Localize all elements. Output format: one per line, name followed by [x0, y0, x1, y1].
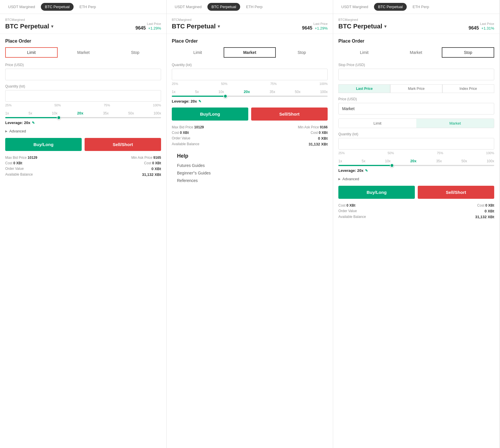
order-tab-limit-1[interactable]: Limit	[5, 47, 58, 58]
qty-input-3[interactable]	[338, 138, 494, 150]
lev-50x-3[interactable]: 50x	[461, 159, 467, 163]
edit-leverage-icon-1[interactable]: ✎	[32, 121, 35, 125]
lev-1x-1[interactable]: 1x	[5, 111, 9, 115]
sell-short-button-3[interactable]: Sell/Short	[418, 186, 494, 199]
qty-input-1[interactable]	[5, 90, 161, 102]
pct-75-3[interactable]: 75%	[437, 151, 443, 155]
chevron-down-icon-1: ▼	[50, 24, 54, 29]
sell-short-button-1[interactable]: Sell/Short	[85, 138, 161, 151]
header-2: BTCMargined BTC Perpetual ▼ Last Price 9…	[167, 14, 333, 34]
order-tab-market-2[interactable]: Market	[224, 47, 276, 58]
price-input-1[interactable]	[5, 69, 161, 80]
lev-35x-1[interactable]: 35x	[103, 111, 109, 115]
order-tab-stop-2[interactable]: Stop	[276, 48, 328, 57]
price-type-last[interactable]: Last Price	[338, 84, 390, 93]
instrument-title-3[interactable]: BTC Perpetual ▼	[338, 23, 387, 30]
help-link-futures[interactable]: Futures Guides	[177, 163, 322, 168]
edit-leverage-icon-2[interactable]: ✎	[198, 99, 201, 103]
pct-50-1[interactable]: 50%	[54, 103, 61, 107]
order-tab-stop-3[interactable]: Stop	[442, 47, 494, 58]
stop-price-field-group: Stop Price (USD)	[338, 63, 494, 80]
lev-20x-2[interactable]: 20x	[244, 90, 250, 94]
tab-eth-perp-2[interactable]: ETH Perp	[242, 3, 267, 11]
avail-balance-label-3: Available Balance	[338, 215, 366, 219]
advanced-toggle-1[interactable]: ▶ Advanced	[5, 129, 161, 133]
lev-20x-3[interactable]: 20x	[410, 159, 417, 163]
lev-5x-2[interactable]: 5x	[195, 90, 199, 94]
leverage-slider-3[interactable]	[338, 165, 494, 166]
lev-5x-3[interactable]: 5x	[362, 159, 365, 163]
pct-100-2[interactable]: 100%	[320, 82, 328, 85]
lev-50x-2[interactable]: 50x	[295, 90, 300, 94]
order-tab-market-3[interactable]: Market	[390, 48, 442, 57]
lev-100x-2[interactable]: 100x	[320, 90, 328, 94]
price-input-3[interactable]	[338, 103, 494, 114]
pct-25-3[interactable]: 25%	[338, 151, 345, 155]
lev-10x-1[interactable]: 10x	[52, 111, 57, 115]
pct-25-2[interactable]: 25%	[172, 82, 178, 85]
leverage-text-2: Leverage: 20x	[172, 99, 197, 103]
sell-short-button-2[interactable]: Sell/Short	[251, 108, 328, 121]
instrument-title-1[interactable]: BTC Perpetual ▼	[5, 23, 54, 30]
pct-ticks-2: 25% 50% 75% 100%	[172, 82, 328, 85]
lev-100x-1[interactable]: 100x	[154, 111, 161, 115]
qty-input-2[interactable]	[172, 69, 328, 80]
pct-75-1[interactable]: 75%	[104, 103, 110, 107]
avail-balance-label-1: Available Balance	[5, 172, 33, 177]
lev-35x-2[interactable]: 35x	[270, 90, 275, 94]
pct-50-2[interactable]: 50%	[221, 82, 227, 85]
pct-50-3[interactable]: 50%	[388, 151, 394, 155]
tab-usdt-margined-3[interactable]: USDT Margined	[337, 3, 372, 11]
edit-leverage-icon-3[interactable]: ✎	[365, 169, 368, 173]
instrument-title-2[interactable]: BTC Perpetual ▼	[172, 23, 221, 30]
order-tab-market-1[interactable]: Market	[58, 48, 110, 57]
tab-btc-perpetual-2[interactable]: BTC Perpetual	[207, 3, 240, 11]
lev-10x-2[interactable]: 10x	[218, 90, 224, 94]
advanced-toggle-3[interactable]: ▶ Advanced	[338, 177, 494, 181]
lev-1x-2[interactable]: 1x	[172, 90, 176, 94]
last-price-label-1: Last Price	[136, 22, 161, 26]
lev-20x-1[interactable]: 20x	[77, 111, 83, 115]
pct-100-3[interactable]: 100%	[486, 151, 494, 155]
max-bid-label-1: Max Bid Price 10129	[5, 156, 37, 160]
header-3: BTCMargined BTC Perpetual ▼ Last Price 9…	[333, 14, 499, 34]
header-sub-2: BTCMargined	[172, 18, 328, 21]
info-row-order-value-2: Order Value 0 XBt	[172, 136, 328, 141]
last-price-value-1: 9645	[136, 26, 146, 30]
tab-eth-perp-1[interactable]: ETH Perp	[75, 3, 100, 11]
help-link-references[interactable]: References	[177, 178, 322, 183]
leverage-slider-1[interactable]	[5, 117, 161, 118]
action-buttons-2: Buy/Long Sell/Short	[172, 108, 328, 121]
buy-long-button-3[interactable]: Buy/Long	[338, 186, 415, 199]
sub-tab-limit[interactable]: Limit	[339, 119, 416, 128]
order-tab-limit-2[interactable]: Limit	[172, 48, 224, 57]
pct-ticks-1: 25% 50% 75% 100%	[5, 103, 161, 107]
sub-tab-market[interactable]: Market	[416, 119, 494, 128]
lev-100x-3[interactable]: 100x	[487, 159, 494, 163]
header-sub-3: BTCMargined	[338, 18, 494, 21]
tab-usdt-margined-1[interactable]: USDT Margined	[4, 3, 39, 11]
pct-75-2[interactable]: 75%	[270, 82, 277, 85]
help-link-beginner[interactable]: Beginner"s Guides	[177, 171, 322, 175]
tab-btc-perpetual-3[interactable]: BTC Perpetual	[374, 3, 407, 11]
tab-usdt-margined-2[interactable]: USDT Margined	[171, 3, 206, 11]
leverage-slider-2[interactable]	[172, 96, 328, 97]
lev-50x-1[interactable]: 50x	[128, 111, 134, 115]
last-price-value-2: 9645	[302, 26, 313, 30]
order-tab-stop-1[interactable]: Stop	[109, 48, 161, 57]
order-value-1: 0 XBt	[152, 167, 161, 171]
price-type-mark[interactable]: Mark Price	[390, 84, 442, 93]
lev-5x-1[interactable]: 5x	[28, 111, 32, 115]
buy-long-button-1[interactable]: Buy/Long	[5, 138, 82, 151]
buy-long-button-2[interactable]: Buy/Long	[172, 108, 248, 121]
lev-10x-3[interactable]: 10x	[385, 159, 390, 163]
tab-eth-perp-3[interactable]: ETH Perp	[408, 3, 433, 11]
lev-1x-3[interactable]: 1x	[338, 159, 342, 163]
pct-100-1[interactable]: 100%	[153, 103, 161, 107]
tab-btc-perpetual-1[interactable]: BTC Perpetual	[41, 3, 74, 11]
order-tab-limit-3[interactable]: Limit	[338, 48, 390, 57]
stop-price-input[interactable]	[338, 69, 494, 80]
price-type-index[interactable]: Index Price	[442, 84, 494, 93]
lev-35x-3[interactable]: 35x	[436, 159, 442, 163]
pct-25-1[interactable]: 25%	[5, 103, 12, 107]
